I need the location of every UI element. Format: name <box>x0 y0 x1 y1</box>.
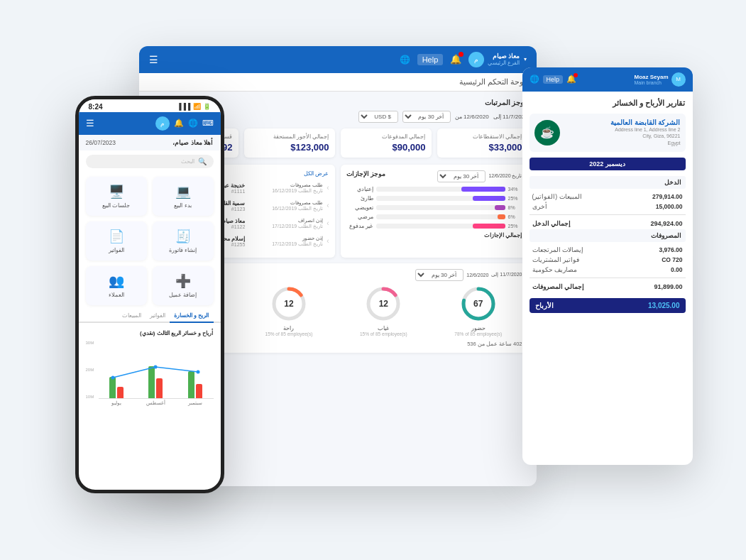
pl-income-title: الدخل <box>530 176 686 189</box>
desktop-menu-icon[interactable]: ☰ <box>149 54 158 65</box>
req-arrow-icon: › <box>327 202 329 209</box>
attend-from-date: 12/6/2020 <box>466 273 488 278</box>
payroll-section-title: موجز المرتبات <box>485 99 528 106</box>
bar-july-positive <box>109 377 116 398</box>
customers-label: العملاء <box>90 292 143 298</box>
pl-bell-icon[interactable]: 🔔 <box>566 75 576 84</box>
stat-deductions-value: $33,000 <box>443 142 522 153</box>
pl-income-total-label: إجمالي الدخل <box>532 220 571 227</box>
signal-icon: ▐▐▐ <box>177 103 190 110</box>
mobile-grid-add-customer[interactable]: ➕ إضافة عميل <box>153 266 214 305</box>
circle-num: 12 <box>284 299 293 309</box>
bar-august-negative <box>156 378 163 398</box>
pl-expense-purchases-value: 720 CO <box>662 256 682 263</box>
x-label-july: يوليو <box>102 400 132 406</box>
bar-september-negative <box>196 384 202 398</box>
desktop-avatar: م <box>468 52 484 67</box>
mobile-status-bar: 8:24 ▐▐▐ 📶 🔋 <box>79 99 221 112</box>
payroll-days-select[interactable]: آخر 30 يوم <box>402 111 451 123</box>
leave-title: موجز الإجازات <box>346 170 386 182</box>
mobile-bell-icon[interactable]: 🔔 <box>174 119 184 128</box>
stat-card-salaries: إجمالي الأجور المستحقة $123,000 <box>244 128 335 158</box>
req-type: إذن حضور <box>248 236 323 241</box>
req-arrow-icon: › <box>327 219 329 227</box>
mobile-search-icon: 🔍 <box>198 158 207 165</box>
pl-expense-gov-row: 0.00 مصاريف حكومية <box>530 265 686 275</box>
mobile-keyboard-icon[interactable]: ⌨ <box>202 119 214 128</box>
leave-total: إجمالي الإجازات <box>346 232 522 238</box>
start-sale-label: بدء البيع <box>157 202 209 209</box>
invoices-icon: 📄 <box>90 229 143 244</box>
stat-deductions-label: إجمالي الاستقطاعات <box>443 133 522 140</box>
leave-bar-label: طارئ <box>346 195 373 202</box>
pl-globe-icon[interactable]: 🌐 <box>530 75 539 84</box>
req-date: تاريخ الطلب 17/12/2019 <box>248 241 323 247</box>
pl-help-button[interactable]: Help <box>543 75 564 84</box>
pl-profit-value: 13,025.00 <box>648 302 680 309</box>
mobile-grid-sales-sessions[interactable]: 🖥️ جلسات البيع <box>86 177 147 216</box>
tab-pl[interactable]: الربح و الخسارة <box>170 309 213 323</box>
battery-icon: 🔋 <box>203 103 211 110</box>
chart-title: أرباح و خسائر الربع الثالث (نقدي) <box>86 330 214 336</box>
leave-filter: تاريخ 12/6/2020 آخر 30 يوم <box>437 170 522 182</box>
y-label-10m: 10M <box>86 395 94 399</box>
leave-bar-row: 8% تعويضي <box>346 204 522 211</box>
circle-label: حضور <box>454 325 502 331</box>
mobile-time: 8:24 <box>89 103 103 111</box>
pl-expense-returns-row: 3,976.00 إيصالات المرتجعات <box>530 245 686 255</box>
pl-user-name: Moaz Seyam <box>634 74 668 80</box>
mobile-grid-start-sale[interactable]: 💻 بدء البيع <box>153 177 214 216</box>
desktop-user-info[interactable]: م معاذ صيام الفرع الرئيسي ▾ <box>468 52 526 67</box>
tab-sales[interactable]: المبيعات <box>118 309 146 322</box>
pl-company-address: Address line 1, Address line 2City, Giza… <box>566 126 681 147</box>
mobile-avatar-icon[interactable]: م <box>155 116 170 131</box>
mobile-chart-area: أرباح و خسائر الربع الثالث (نقدي) 30M 20… <box>79 326 221 416</box>
bar-group-august <box>141 366 171 398</box>
mobile-search: 🔍 البحث <box>86 155 214 168</box>
mobile-grid-customers[interactable]: 👥 العملاء <box>86 266 147 305</box>
y-label-20m: 20M <box>86 368 94 372</box>
pl-income-sales-label: المبيعات (الفواتير) <box>532 193 582 200</box>
create-invoice-icon: 🧾 <box>157 229 209 244</box>
desktop-help-button[interactable]: Help <box>417 54 444 65</box>
mobile-header: ☰ م 🔔 🌐 ⌨ <box>79 112 221 135</box>
req-arrow-icon: › <box>327 184 329 192</box>
circle-sub: 15% of 85 employee(s) <box>360 331 407 336</box>
stat-payments-value: $90,000 <box>346 142 426 153</box>
desktop-globe-icon[interactable]: 🌐 <box>400 55 410 65</box>
pl-avatar: M <box>671 72 686 87</box>
leave-bar-row: 25% طارئ <box>346 195 522 202</box>
leave-bar-row: 34% إعتيادي <box>346 186 522 192</box>
desktop-bell-icon[interactable]: 🔔 <box>450 54 461 65</box>
leave-days-select[interactable]: آخر 30 يوم <box>437 170 486 182</box>
pl-header: 🌐 Help 🔔 Moaz Seyam Main branch M <box>522 67 693 92</box>
req-date: تاريخ الطلب 16/12/2019 <box>248 188 323 194</box>
wifi-icon: 📶 <box>193 103 201 110</box>
desktop-user-chevron: ▾ <box>524 56 527 62</box>
x-label-september: سبتمبر <box>180 400 210 406</box>
mobile-grid-create-invoice[interactable]: 🧾 إنشاء فاتورة <box>153 221 214 260</box>
x-label-august: أغسطس <box>141 400 171 406</box>
desktop-header: ☰ 🌐 Help 🔔 م معاذ صيام الفرع الرئيسي ▾ <box>139 46 537 73</box>
attend-days-select[interactable]: آخر 30 يوم <box>415 269 463 281</box>
mobile-globe-icon[interactable]: 🌐 <box>188 119 198 128</box>
stat-salaries-value: $123,000 <box>250 142 329 153</box>
payroll-currency-select[interactable]: $ USD <box>358 111 398 123</box>
mobile-menu-icon[interactable]: ☰ <box>86 118 94 128</box>
pl-income-sales-value: 279,914.00 <box>652 193 683 200</box>
mobile-grid-invoices[interactable]: 📄 الفواتير <box>86 221 147 260</box>
pl-user-branch: Main branch <box>634 80 668 85</box>
requests-view-all[interactable]: عرض الكل <box>304 170 329 177</box>
pl-expense-returns-value: 3,976.00 <box>659 246 682 253</box>
circle-num: 67 <box>473 299 483 309</box>
pl-income-other-value: 15,000.00 <box>656 203 683 210</box>
req-type: طلب مصروفات <box>248 200 323 206</box>
tab-invoices[interactable]: الفواتير <box>146 309 170 322</box>
leave-bar-row: 25% غير مدفوع <box>346 223 522 229</box>
mobile-tabs: الربح و الخسارة الفواتير المبيعات <box>79 309 221 323</box>
attend-hours: 402 ساعة عمل من 536 <box>467 341 522 347</box>
pl-title: تقارير الأرباح و الخسائر <box>530 99 686 108</box>
circle-label: راحة <box>265 325 313 331</box>
leave-box: تاريخ 12/6/2020 آخر 30 يوم موجز الإجازات… <box>341 165 528 258</box>
leave-bar-label: غير مدفوع <box>346 223 373 229</box>
